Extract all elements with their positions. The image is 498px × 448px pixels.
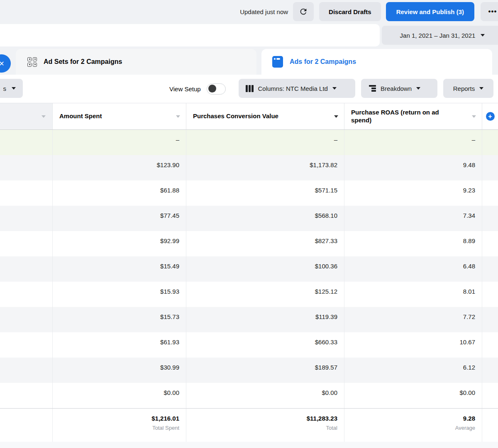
amount-spent-cell: $92.99 [53, 231, 186, 256]
columns-button[interactable]: Columns: NTC Media Ltd [239, 79, 355, 98]
amount-spent-cell: $30.99 [53, 358, 186, 383]
roas-cell: 7.34 [344, 206, 482, 231]
total-spent-caption: Total Spent [53, 425, 179, 431]
top-action-bar: Updated just now Discard Drafts Review a… [0, 0, 498, 23]
ads-icon [272, 56, 283, 68]
table-row[interactable]: $15.49 $100.36 6.48 [0, 256, 498, 282]
table-row[interactable]: $123.90 $1,173.82 9.48 [0, 155, 498, 180]
roas-cell: 9.48 [344, 155, 482, 180]
row-end-cell [482, 332, 498, 358]
column-header-purchase-roas[interactable]: Purchase ROAS (return on ad spend) [344, 103, 482, 129]
row-end-cell [482, 307, 498, 332]
roas-cell: 8.89 [344, 231, 482, 256]
view-setup-toggle[interactable] [207, 83, 226, 95]
chevron-down-icon [332, 87, 337, 90]
table-row[interactable]: $15.73 $119.39 7.72 [0, 307, 498, 332]
row-end-cell [482, 180, 498, 206]
row-frozen-cell [0, 332, 53, 358]
updated-status-text: Updated just now [240, 8, 288, 15]
search-filter-bar[interactable] [0, 24, 380, 46]
amount-spent-cell: $77.45 [53, 206, 186, 231]
toggle-knob [208, 85, 216, 93]
roas-cell: 9.23 [344, 180, 482, 206]
table-row[interactable]: – – – [0, 130, 498, 155]
roas-cell: $0.00 [344, 383, 482, 408]
column-header-label: Amount Spent [59, 112, 102, 120]
total-spent-value: $1,216.01 [53, 415, 179, 422]
columns-button-label: Columns: NTC Media Ltd [258, 85, 328, 92]
average-roas-caption: Average [344, 425, 475, 431]
ellipsis-icon: ••• [488, 7, 497, 16]
row-frozen-cell [0, 155, 53, 180]
breakdown-button[interactable]: Breakdown [361, 79, 437, 98]
sort-caret-icon[interactable] [472, 115, 476, 118]
conversion-value-cell: $660.33 [186, 332, 344, 358]
ad-sets-grid-icon [27, 57, 37, 67]
refresh-button[interactable] [293, 2, 314, 21]
add-column-plus-icon[interactable]: + [486, 112, 495, 121]
table-row[interactable]: $92.99 $827.33 8.89 [0, 231, 498, 256]
tab-ad-sets-label: Ad Sets for 2 Campaigns [44, 58, 122, 66]
chevron-down-icon [416, 87, 420, 90]
tab-ads-active[interactable]: Ads for 2 Campaigns [261, 49, 492, 75]
row-end-cell [482, 358, 498, 383]
column-header-purchases-conversion-value[interactable]: Purchases Conversion Value [186, 103, 344, 129]
date-range-picker[interactable]: Jan 1, 2021 – Jan 31, 2021 [382, 26, 498, 45]
row-frozen-cell [0, 256, 53, 282]
table-row[interactable]: $61.88 $571.15 9.23 [0, 180, 498, 206]
conversion-value-cell: $100.36 [186, 256, 344, 282]
sort-caret-icon[interactable] [42, 115, 46, 118]
view-setup-label: View Setup [169, 85, 201, 93]
filters-button-label: s [3, 85, 7, 92]
totals-conversion-value-cell: $11,283.23 Total [186, 409, 344, 442]
amount-spent-cell: $15.73 [53, 307, 186, 332]
column-header-label: Purchase ROAS (return on ad spend) [351, 109, 456, 124]
sort-caret-icon[interactable] [334, 115, 338, 118]
filters-button-partial[interactable]: s [0, 79, 23, 98]
table-row[interactable]: $61.93 $660.33 10.67 [0, 332, 498, 358]
discard-drafts-button[interactable]: Discard Drafts [319, 2, 381, 21]
table-header-row: Amount Spent Purchases Conversion Value … [0, 103, 498, 130]
view-setup-control: View Setup [169, 75, 226, 103]
reports-button[interactable]: Reports [443, 79, 493, 98]
row-frozen-cell [0, 307, 53, 332]
add-column-cell[interactable]: + [482, 103, 498, 129]
table-row[interactable]: $0.00 $0.00 $0.00 [0, 383, 498, 408]
campaign-filter-close-badge[interactable]: ✕ [0, 54, 11, 73]
row-frozen-cell [0, 130, 53, 155]
table-row[interactable]: $77.45 $568.10 7.34 [0, 206, 498, 231]
conversion-value-cell: $571.15 [186, 180, 344, 206]
roas-cell: – [344, 130, 482, 155]
row-frozen-cell [0, 282, 53, 307]
row-frozen-cell [0, 383, 53, 408]
conversion-value-cell: $827.33 [186, 231, 344, 256]
column-header-frozen-partial[interactable] [0, 103, 53, 129]
row-end-cell [482, 130, 498, 155]
columns-bars-icon [246, 85, 254, 92]
row-end-cell [482, 206, 498, 231]
average-roas-value: 9.28 [344, 415, 475, 422]
table-row[interactable]: $30.99 $189.57 6.12 [0, 358, 498, 383]
roas-cell: 8.01 [344, 282, 482, 307]
breakdown-bars-icon [369, 85, 376, 92]
totals-roas-cell: 9.28 Average [344, 409, 482, 442]
amount-spent-cell: $123.90 [53, 155, 186, 180]
amount-spent-cell: – [53, 130, 186, 155]
table-toolbar: s View Setup Columns: NTC Media Ltd Brea… [0, 75, 498, 103]
column-header-amount-spent[interactable]: Amount Spent [53, 103, 186, 129]
row-end-cell [482, 231, 498, 256]
chevron-down-icon [479, 87, 483, 90]
table-bottom-strip [0, 442, 498, 448]
more-options-button[interactable]: ••• [481, 2, 498, 21]
chevron-down-icon [12, 87, 16, 90]
roas-cell: 10.67 [344, 332, 482, 358]
conversion-value-cell: $125.12 [186, 282, 344, 307]
review-and-publish-button[interactable]: Review and Publish (3) [386, 2, 474, 21]
row-end-cell [482, 383, 498, 408]
total-conversion-caption: Total [186, 425, 337, 431]
table-row[interactable]: $15.93 $125.12 8.01 [0, 282, 498, 307]
tab-ad-sets[interactable]: Ad Sets for 2 Campaigns [16, 49, 256, 75]
row-frozen-cell [0, 206, 53, 231]
breakdown-button-label: Breakdown [381, 85, 412, 92]
sort-caret-icon[interactable] [176, 115, 180, 118]
